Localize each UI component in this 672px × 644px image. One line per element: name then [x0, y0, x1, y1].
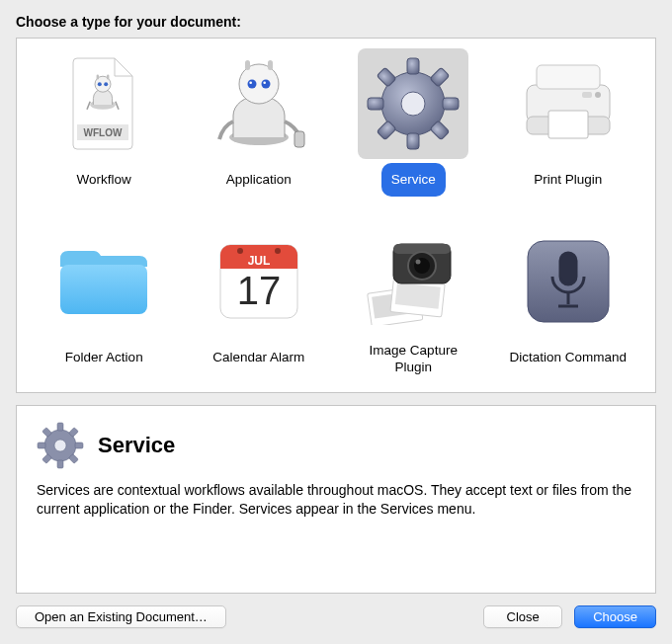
svg-point-13 — [263, 81, 266, 84]
template-application[interactable]: Application — [182, 48, 337, 197]
svg-point-12 — [249, 81, 252, 84]
svg-point-26 — [401, 92, 425, 116]
svg-rect-5 — [107, 75, 109, 80]
svg-text:JUL: JUL — [247, 254, 270, 268]
choose-button[interactable]: Choose — [574, 605, 656, 628]
svg-rect-42 — [395, 282, 441, 308]
dictation-icon — [513, 226, 624, 337]
template-label: Dictation Command — [499, 341, 636, 374]
svg-rect-49 — [560, 253, 576, 284]
svg-point-31 — [595, 92, 601, 98]
template-label: Calendar Alarm — [203, 341, 314, 374]
svg-point-3 — [104, 82, 108, 86]
template-print-plugin[interactable]: Print Plugin — [491, 48, 646, 197]
svg-rect-30 — [548, 111, 588, 138]
application-icon — [204, 48, 314, 159]
svg-rect-54 — [57, 460, 63, 468]
close-button[interactable]: Close — [483, 605, 562, 628]
chooser-label: Choose a type for your document: — [16, 14, 656, 30]
template-calendar-alarm[interactable]: JUL 17 Calendar Alarm — [182, 226, 337, 378]
open-existing-button[interactable]: Open an Existing Document… — [16, 605, 226, 628]
svg-rect-15 — [268, 60, 273, 70]
svg-rect-21 — [443, 98, 459, 110]
print-plugin-icon — [513, 48, 624, 159]
template-workflow[interactable]: WFLOW Workflow — [27, 48, 182, 197]
svg-rect-20 — [368, 98, 383, 110]
svg-rect-55 — [38, 443, 45, 448]
svg-rect-19 — [407, 133, 419, 149]
workflow-icon: WFLOW — [48, 48, 159, 159]
template-image-capture[interactable]: Image Capture Plugin — [336, 226, 491, 378]
svg-point-10 — [247, 80, 256, 89]
template-grid: WFLOW Workflow — [27, 48, 645, 378]
svg-rect-29 — [537, 65, 600, 89]
template-label: Workflow — [67, 163, 141, 197]
template-label: Application — [216, 163, 301, 197]
svg-point-47 — [416, 260, 421, 265]
svg-point-61 — [54, 440, 66, 451]
service-icon — [37, 422, 84, 469]
svg-text:17: 17 — [237, 269, 282, 312]
description-header: Service — [37, 422, 635, 469]
template-service[interactable]: Service — [336, 48, 491, 197]
template-grid-box: WFLOW Workflow — [16, 38, 656, 393]
description-text: Services are contextual workflows availa… — [37, 481, 635, 520]
template-label: Service — [381, 163, 446, 197]
template-label: Image Capture Plugin — [344, 341, 482, 378]
svg-rect-56 — [75, 443, 83, 448]
folder-action-icon — [48, 226, 159, 337]
calendar-alarm-icon: JUL 17 — [204, 226, 314, 337]
template-chooser-window: Choose a type for your document: — [0, 0, 672, 644]
image-capture-icon — [358, 226, 468, 337]
svg-rect-53 — [57, 423, 63, 431]
svg-rect-16 — [294, 131, 304, 147]
svg-point-36 — [275, 248, 281, 254]
button-row: Open an Existing Document… Close Choose — [16, 605, 656, 628]
svg-point-11 — [261, 80, 270, 89]
service-icon — [358, 48, 468, 159]
svg-text:WFLOW: WFLOW — [84, 127, 123, 138]
template-dictation[interactable]: Dictation Command — [491, 226, 646, 378]
svg-rect-33 — [60, 265, 147, 314]
svg-rect-18 — [407, 58, 419, 74]
svg-point-35 — [237, 248, 243, 254]
svg-rect-4 — [97, 75, 99, 80]
svg-rect-32 — [582, 92, 592, 98]
svg-point-2 — [98, 82, 102, 86]
svg-point-9 — [239, 64, 279, 104]
svg-rect-14 — [245, 60, 250, 70]
template-folder-action[interactable]: Folder Action — [27, 226, 182, 378]
template-label: Folder Action — [55, 341, 153, 374]
template-label: Print Plugin — [524, 163, 612, 197]
description-box: Service Services are contextual workflow… — [16, 405, 656, 594]
description-title: Service — [98, 433, 175, 458]
